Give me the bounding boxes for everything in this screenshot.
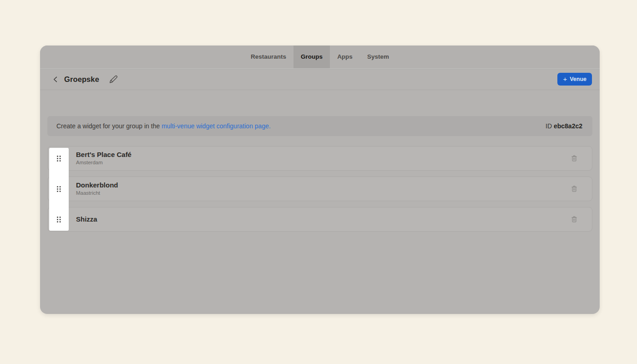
trash-icon xyxy=(570,215,578,223)
group-id-label: ID xyxy=(546,122,554,130)
drag-dots-icon xyxy=(57,217,61,222)
venue-name: Donkerblond xyxy=(76,181,118,190)
tab-groups[interactable]: Groups xyxy=(293,46,330,68)
venue-city: Amsterdam xyxy=(76,159,131,166)
add-venue-button[interactable]: + Venue xyxy=(557,73,592,86)
drag-dots-icon xyxy=(57,156,61,162)
plus-icon: + xyxy=(563,76,567,82)
tab-restaurants[interactable]: Restaurants xyxy=(243,46,293,68)
page-header: Groepske + Venue xyxy=(40,68,600,90)
content-area: Create a widget for your group in the mu… xyxy=(40,90,600,314)
tab-system[interactable]: System xyxy=(360,46,396,68)
venue-name: Shizza xyxy=(76,215,97,224)
drag-dots-icon xyxy=(57,186,61,192)
widget-config-link[interactable]: multi-venue widget configuration page. xyxy=(162,122,271,130)
drag-handle[interactable] xyxy=(55,185,63,193)
app-window: Restaurants Groups Apps System Groepske … xyxy=(40,46,600,314)
delete-venue-button[interactable] xyxy=(569,184,579,194)
drag-handle[interactable] xyxy=(55,215,63,223)
delete-venue-button[interactable] xyxy=(569,214,579,224)
group-id-value: ebc8a2c2 xyxy=(554,122,582,130)
pencil-icon xyxy=(109,75,118,84)
group-id: ID ebc8a2c2 xyxy=(546,122,582,130)
venue-name: Bert's Place Café xyxy=(76,151,131,159)
tab-apps[interactable]: Apps xyxy=(330,46,360,68)
trash-icon xyxy=(570,185,578,193)
venue-row[interactable]: Bert's Place Café Amsterdam xyxy=(47,146,592,171)
trash-icon xyxy=(570,154,578,162)
banner-text: Create a widget for your group in the xyxy=(56,122,162,130)
edit-title-button[interactable] xyxy=(107,73,119,85)
venue-city: Maastricht xyxy=(76,190,118,197)
venue-row[interactable]: Shizza xyxy=(47,207,592,232)
add-venue-label: Venue xyxy=(570,76,586,82)
back-button[interactable] xyxy=(50,74,61,85)
drag-handle[interactable] xyxy=(55,154,63,162)
drag-handle-highlight xyxy=(49,148,69,231)
venue-row[interactable]: Donkerblond Maastricht xyxy=(47,177,592,201)
venue-list: Bert's Place Café Amsterdam xyxy=(47,146,592,232)
delete-venue-button[interactable] xyxy=(569,153,579,163)
page-title: Groepske xyxy=(64,75,99,84)
widget-info-banner: Create a widget for your group in the mu… xyxy=(47,116,592,136)
top-nav: Restaurants Groups Apps System xyxy=(40,46,600,68)
chevron-left-icon xyxy=(52,76,59,83)
